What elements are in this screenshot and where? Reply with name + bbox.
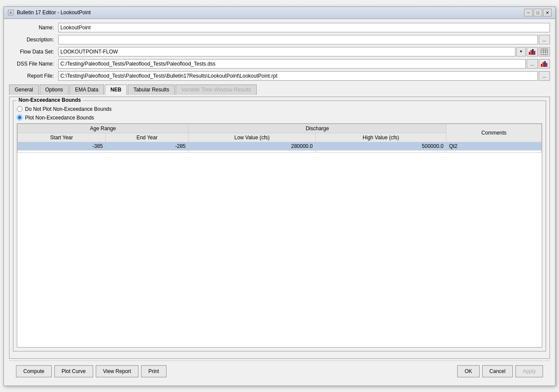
cell-low-value: 280000.0 (188, 142, 316, 150)
print-button[interactable]: Print (141, 365, 166, 377)
col-end-year-header: End Year (106, 133, 188, 142)
view-report-button[interactable]: View Report (96, 365, 138, 377)
app-icon: B (7, 9, 14, 16)
col-high-value-header: High Value (cfs) (316, 133, 446, 142)
window-controls: − □ ✕ (524, 9, 552, 16)
col-group-age-range: Age Range (18, 124, 188, 133)
svg-rect-2 (529, 52, 530, 55)
window-title: Bulletin 17 Editor - LookoutPoint (17, 9, 524, 16)
svg-rect-3 (531, 50, 532, 55)
cell-end-year-2 (106, 150, 188, 152)
radio-plot[interactable] (17, 115, 22, 120)
report-file-label: Report File: (9, 73, 57, 79)
maximize-button[interactable]: □ (534, 9, 542, 16)
name-label: Name: (9, 25, 57, 31)
title-bar: B Bulletin 17 Editor - LookoutPoint − □ … (4, 7, 555, 19)
svg-rect-12 (543, 62, 544, 67)
table-row[interactable]: -385 -285 280000.0 500000.0 Qt2 (18, 142, 542, 150)
flow-data-set-input[interactable] (58, 47, 515, 56)
description-row: Description: ... (9, 34, 550, 45)
dss-file-wrapper: ... (58, 59, 550, 69)
chevron-down-icon: ▼ (519, 50, 523, 53)
cell-comments-2 (446, 150, 542, 152)
col-comments-header: Comments (446, 124, 542, 142)
svg-rect-6 (541, 49, 548, 55)
radio-no-plot[interactable] (17, 106, 22, 112)
radio-no-plot-row: Do Not Plot Non-Exceedance Bounds (17, 106, 542, 112)
report-file-input[interactable] (58, 71, 538, 81)
non-exceedance-bounds-group: Non-Exceedance Bounds Do Not Plot Non-Ex… (13, 100, 546, 351)
cell-high-value: 500000.0 (316, 142, 446, 150)
tab-content-neb: Non-Exceedance Bounds Do Not Plot Non-Ex… (9, 97, 550, 359)
svg-rect-5 (534, 51, 535, 55)
apply-button[interactable]: Apply (515, 365, 543, 377)
svg-rect-11 (541, 64, 542, 67)
cell-high-value-2 (316, 150, 446, 152)
col-group-discharge: Discharge (188, 124, 446, 133)
minimize-button[interactable]: − (524, 9, 533, 16)
col-start-year-header: Start Year (18, 133, 106, 142)
content-area: Name: Description: ... Flow Data Set: ▼ (4, 19, 555, 386)
cell-low-value-2 (188, 150, 316, 152)
svg-rect-13 (544, 61, 546, 67)
svg-text:B: B (9, 11, 12, 15)
group-box-title: Non-Exceedance Bounds (17, 97, 83, 103)
svg-rect-14 (546, 63, 547, 67)
report-browse-button[interactable]: ... (539, 71, 550, 81)
flow-dropdown-arrow[interactable]: ▼ (516, 47, 526, 56)
tab-general[interactable]: General (9, 85, 39, 95)
neb-table-container: Age Range Discharge Comments Start Year … (17, 123, 542, 348)
compute-button[interactable]: Compute (16, 365, 52, 377)
description-browse-button[interactable]: ... (539, 35, 550, 44)
flow-chart-icon-button[interactable] (527, 47, 538, 56)
dss-file-row: DSS File Name: ... (9, 59, 550, 69)
bottom-left-buttons: Compute Plot Curve View Report Print (16, 365, 166, 377)
table-row[interactable] (18, 150, 542, 152)
cell-comments: Qt2 (446, 142, 542, 150)
dss-file-label: DSS File Name: (9, 61, 57, 67)
cancel-button[interactable]: Cancel (482, 365, 513, 377)
flow-data-set-row: Flow Data Set: ▼ (9, 47, 550, 57)
bottom-right-buttons: OK Cancel Apply (457, 365, 543, 377)
report-file-row: Report File: ... (9, 71, 550, 81)
dss-file-input[interactable] (58, 59, 526, 69)
bottom-bar: Compute Plot Curve View Report Print OK … (9, 361, 550, 382)
tab-options[interactable]: Options (40, 85, 69, 95)
main-window: B Bulletin 17 Editor - LookoutPoint − □ … (3, 6, 556, 386)
close-button[interactable]: ✕ (543, 9, 552, 16)
cell-start-year: -385 (18, 142, 106, 150)
tab-variable-time-window-results: Variable Time Window Results (176, 85, 257, 95)
name-input[interactable] (58, 23, 550, 32)
tabs-bar: General Options EMA Data NEB Tabular Res… (9, 85, 550, 95)
col-low-value-header: Low Value (cfs) (188, 133, 316, 142)
flow-grid-icon-button[interactable] (539, 47, 550, 56)
cell-start-year-2 (18, 150, 106, 152)
dss-chart-icon-button[interactable] (539, 59, 550, 69)
dss-browse-button[interactable]: ... (527, 59, 538, 69)
description-label: Description: (9, 37, 57, 43)
ok-button[interactable]: OK (457, 365, 479, 377)
description-input[interactable] (58, 35, 538, 44)
tab-neb[interactable]: NEB (105, 85, 127, 95)
cell-end-year: -285 (106, 142, 188, 150)
radio-no-plot-label: Do Not Plot Non-Exceedance Bounds (25, 106, 112, 112)
tab-ema-data[interactable]: EMA Data (69, 85, 104, 95)
radio-plot-row: Plot Non-Exceedance Bounds (17, 115, 542, 121)
neb-table: Age Range Discharge Comments Start Year … (17, 124, 542, 153)
dss-bar-chart-icon (540, 60, 548, 67)
svg-rect-4 (532, 49, 534, 55)
radio-plot-label: Plot Non-Exceedance Bounds (25, 115, 94, 121)
plot-curve-button[interactable]: Plot Curve (54, 365, 93, 377)
grid-icon (540, 48, 548, 55)
flow-dropdown-wrapper: ▼ (58, 47, 550, 56)
report-file-wrapper: ... (58, 71, 550, 81)
tab-tabular-results[interactable]: Tabular Results (128, 85, 175, 95)
flow-data-set-label: Flow Data Set: (9, 49, 57, 55)
description-wrapper: ... (58, 35, 550, 44)
bar-chart-icon (528, 48, 536, 55)
name-row: Name: (9, 22, 550, 33)
